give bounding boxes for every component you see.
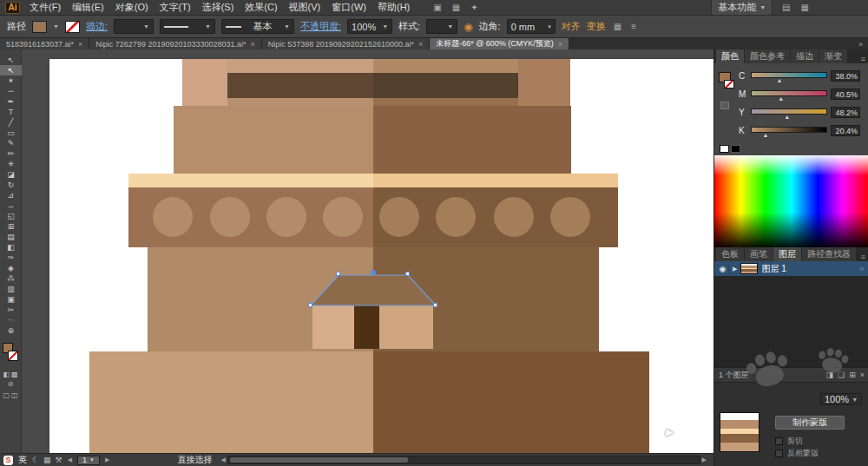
corner-radius-stepper[interactable]: 0 mm▾ — [507, 19, 556, 34]
base-right[interactable] — [373, 351, 649, 453]
transform-link[interactable]: 变换 — [587, 20, 606, 33]
rotate-tool[interactable]: ↻ — [0, 180, 22, 190]
clip-checkbox[interactable]: 剪切 — [775, 436, 803, 447]
channel-slider[interactable]: ▲ — [751, 89, 827, 101]
workspace-switcher[interactable]: 基本功能 ▼ — [711, 0, 773, 16]
layer-row[interactable]: ◉ ▶ 图层 1 ○ — [714, 261, 868, 276]
gradient-tool[interactable]: ◧ — [0, 242, 22, 253]
next-artboard-icon[interactable]: ▶ — [105, 456, 109, 463]
invert-mask-checkbox[interactable]: 反相蒙版 — [775, 448, 819, 459]
menu-item[interactable]: 视图(V) — [287, 0, 323, 15]
document-tab[interactable]: Nipic 537398 20190929202152610000.ai*× — [262, 38, 430, 49]
opacity-select[interactable]: 100%▼ — [347, 19, 392, 34]
panel-tab-图层[interactable]: 图层 — [773, 247, 801, 261]
none-mode-icon[interactable]: ⊘ — [8, 380, 14, 388]
delete-layer-icon[interactable]: × — [860, 371, 865, 379]
column-circle[interactable] — [550, 197, 590, 237]
pillar-left[interactable] — [312, 305, 354, 349]
menu-item[interactable]: 帮助(H) — [376, 0, 411, 15]
menu-item[interactable]: 文件(F) — [28, 0, 62, 15]
stroke-color-swatch[interactable] — [65, 21, 80, 33]
scroll-left-icon[interactable]: ◀ — [220, 456, 225, 463]
pencil-tool[interactable]: ✏ — [0, 148, 22, 159]
rectangle-tool[interactable]: ▭ — [0, 128, 22, 138]
panel-menu-icon[interactable]: ≡ — [858, 55, 868, 63]
isolate-icon[interactable]: ▦ — [612, 22, 623, 31]
pen-tool[interactable]: ✒ — [0, 96, 22, 107]
paintbrush-tool[interactable]: ✎ — [0, 138, 22, 148]
channel-value[interactable]: 40.5% — [831, 89, 860, 100]
style-select[interactable]: ▼ — [426, 19, 457, 34]
cornice-left[interactable] — [128, 174, 373, 187]
panel-tab-颜色[interactable]: 颜色 — [716, 49, 744, 63]
prev-artboard-icon[interactable]: ◀ — [68, 456, 72, 463]
keyboard-icon[interactable]: ▦ — [43, 456, 51, 464]
new-layer-icon[interactable]: ⊞ — [849, 371, 856, 379]
width-profile-select[interactable]: ▼ — [160, 19, 215, 34]
lintel-right[interactable] — [373, 73, 518, 98]
cornice-right[interactable] — [373, 174, 618, 187]
app-logo[interactable]: Ai — [5, 2, 20, 14]
slider-thumb-icon[interactable]: ▲ — [776, 77, 782, 83]
top-left-column[interactable] — [182, 59, 227, 106]
column-circle[interactable] — [153, 197, 193, 237]
library-icon[interactable]: ▤ — [780, 3, 792, 12]
slice-tool[interactable]: ✂ — [0, 305, 22, 315]
zoom-tool[interactable]: ⊕ — [0, 325, 22, 336]
column-circle[interactable] — [323, 197, 363, 237]
slider-thumb-icon[interactable]: ▲ — [763, 132, 769, 138]
panels-icon[interactable]: ▦ — [799, 3, 811, 12]
document-tab[interactable]: Nipic 7262799 20190920103330028031.ai*× — [89, 38, 261, 49]
symbol-sprayer-tool[interactable]: ⁂ — [0, 273, 22, 284]
moon-icon[interactable]: ☾ — [32, 456, 39, 464]
lasso-tool[interactable]: ∽ — [0, 86, 22, 96]
stroke-link[interactable]: 描边: — [86, 20, 108, 33]
panel-tab-色板[interactable]: 色板 — [716, 247, 744, 261]
fill-stroke-swatches[interactable] — [0, 341, 22, 367]
center-anchor-point[interactable] — [371, 270, 376, 275]
horizontal-scrollbar[interactable]: ◀ ▶ — [220, 456, 707, 464]
tier2-left[interactable] — [174, 106, 373, 174]
base-left[interactable] — [89, 351, 373, 453]
blend-tool[interactable]: ◈ — [0, 263, 22, 273]
layer-name[interactable]: 图层 1 — [761, 263, 786, 275]
grid-icon[interactable]: ▦ — [450, 3, 462, 12]
scrollbar-thumb[interactable] — [230, 457, 408, 463]
mesh-tool[interactable]: ▤ — [0, 232, 22, 242]
checkbox-icon[interactable] — [775, 437, 783, 445]
arrange-documents-icon[interactable]: ▣ — [431, 3, 443, 12]
menu-item[interactable]: 文字(T) — [158, 0, 193, 15]
magic-wand-tool[interactable]: ✶ — [0, 75, 22, 86]
ime-logo-icon[interactable]: S — [3, 456, 13, 465]
artboard-nav-select[interactable]: 1 ▼ — [77, 456, 100, 465]
channel-value[interactable]: 38.0% — [831, 70, 860, 82]
document-tab[interactable]: 未标题-66* @ 600% (CMYK/预览)× — [430, 38, 569, 49]
channel-slider[interactable]: ▲ — [751, 107, 827, 119]
screen-mode-icon[interactable]: ◫ — [11, 391, 18, 399]
brush-definition-select[interactable]: 基本▼ — [221, 19, 294, 34]
top-band-right[interactable] — [373, 59, 518, 73]
door[interactable] — [354, 305, 379, 349]
selection-tool[interactable]: ↖ — [0, 55, 22, 65]
lintel-base-right[interactable] — [373, 98, 518, 106]
eraser-tool[interactable]: ◪ — [0, 169, 22, 180]
recolor-artwork-icon[interactable]: ◉ — [464, 21, 472, 33]
panel-stroke-swatch[interactable] — [724, 80, 734, 89]
roof-shape[interactable] — [311, 274, 436, 305]
toolbar-stroke-swatch[interactable] — [8, 351, 18, 361]
fill-color-swatch[interactable] — [32, 21, 47, 33]
color-mode-icon[interactable]: ◧ — [3, 371, 10, 378]
scrollbar-track[interactable] — [227, 456, 700, 464]
menu-item[interactable]: 编辑(E) — [70, 0, 106, 15]
artboard[interactable] — [49, 59, 713, 453]
new-sublayer-icon[interactable]: ❏ — [838, 371, 845, 379]
menu-item[interactable]: 效果(C) — [243, 0, 279, 15]
width-tool[interactable]: ↔ — [0, 200, 22, 211]
drawing-mode-icon[interactable]: ▢ — [3, 391, 10, 399]
visibility-eye-icon[interactable]: ◉ — [717, 265, 729, 273]
document-tab[interactable]: 5183916183037.ai*× — [0, 38, 89, 49]
scale-tool[interactable]: ⊿ — [0, 190, 22, 200]
panel-tab-画笔[interactable]: 画笔 — [745, 247, 773, 261]
column-circle[interactable] — [266, 197, 306, 237]
checkbox-icon[interactable] — [775, 450, 783, 457]
